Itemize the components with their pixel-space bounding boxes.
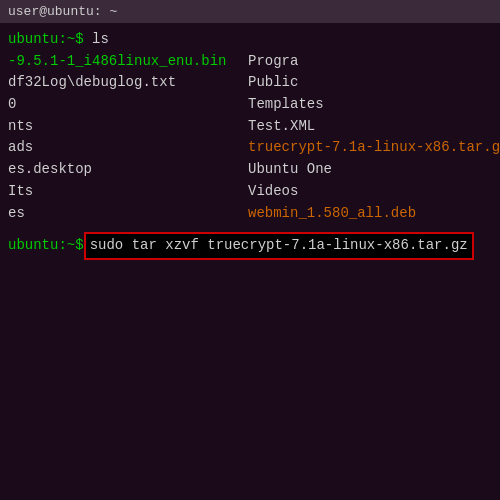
list-item: -9.5.1-1_i486linux_enu.bin [8, 51, 248, 73]
list-item: Its [8, 181, 248, 203]
list-item: es.desktop [8, 159, 248, 181]
list-item: truecrypt-7.1a-linux-x86.tar.gz [248, 137, 500, 159]
list-item: webmin_1.580_all.deb [248, 203, 500, 225]
list-item: Test.XML [248, 116, 500, 138]
list-item: Ubuntu One [248, 159, 500, 181]
left-column: -9.5.1-1_i486linux_enu.bin df32Log\debug… [8, 51, 248, 225]
file-listing: -9.5.1-1_i486linux_enu.bin df32Log\debug… [8, 51, 492, 225]
prompt-1: ubuntu:~$ [8, 29, 92, 51]
list-item: ads [8, 137, 248, 159]
right-column: Progra Public Templates Test.XML truecry… [248, 51, 500, 225]
list-item: df32Log\debuglog.txt [8, 72, 248, 94]
prompt-2: ubuntu:~$ [8, 235, 84, 257]
list-item: 0 [8, 94, 248, 116]
terminal-body[interactable]: ubuntu:~$ ls -9.5.1-1_i486linux_enu.bin … [0, 23, 500, 500]
list-item: Templates [248, 94, 500, 116]
terminal-window: user@ubuntu: ~ ubuntu:~$ ls -9.5.1-1_i48… [0, 0, 500, 500]
highlighted-command-line: ubuntu:~$ sudo tar xzvf truecrypt-7.1a-l… [8, 232, 492, 260]
ls-command-line: ubuntu:~$ ls [8, 29, 492, 51]
list-item: nts [8, 116, 248, 138]
list-item: Videos [248, 181, 500, 203]
list-item: Progra [248, 51, 500, 73]
list-item: es [8, 203, 248, 225]
ls-cmd: ls [92, 29, 109, 51]
title-bar: user@ubuntu: ~ [0, 0, 500, 23]
title-text: user@ubuntu: ~ [8, 4, 117, 19]
list-item: Public [248, 72, 500, 94]
highlighted-command: sudo tar xzvf truecrypt-7.1a-linux-x86.t… [84, 232, 474, 260]
